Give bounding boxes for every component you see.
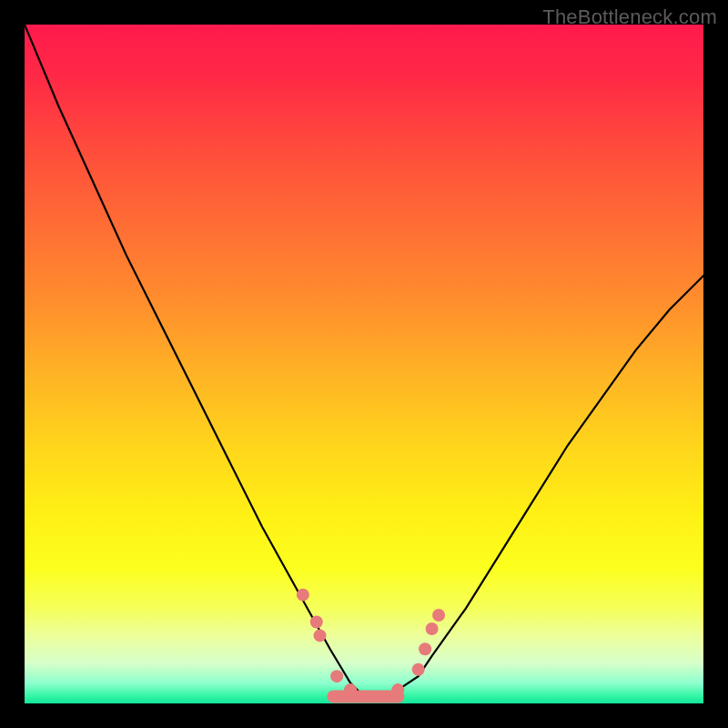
highlighted-points: [297, 589, 445, 696]
highlighted-point: [297, 589, 309, 602]
chart-frame: TheBottleneck.com: [0, 0, 728, 728]
highlighted-point: [412, 663, 425, 676]
highlighted-point: [426, 622, 439, 635]
highlighted-point: [419, 642, 431, 655]
highlighted-point: [314, 629, 327, 642]
plot-area: [25, 25, 703, 703]
highlighted-point: [330, 670, 343, 682]
highlighted-point: [344, 683, 357, 696]
curve-svg: [25, 25, 703, 703]
bottleneck-curve-line: [25, 25, 703, 697]
highlighted-point: [310, 615, 323, 628]
highlighted-point: [391, 683, 404, 696]
highlighted-point: [432, 609, 445, 622]
